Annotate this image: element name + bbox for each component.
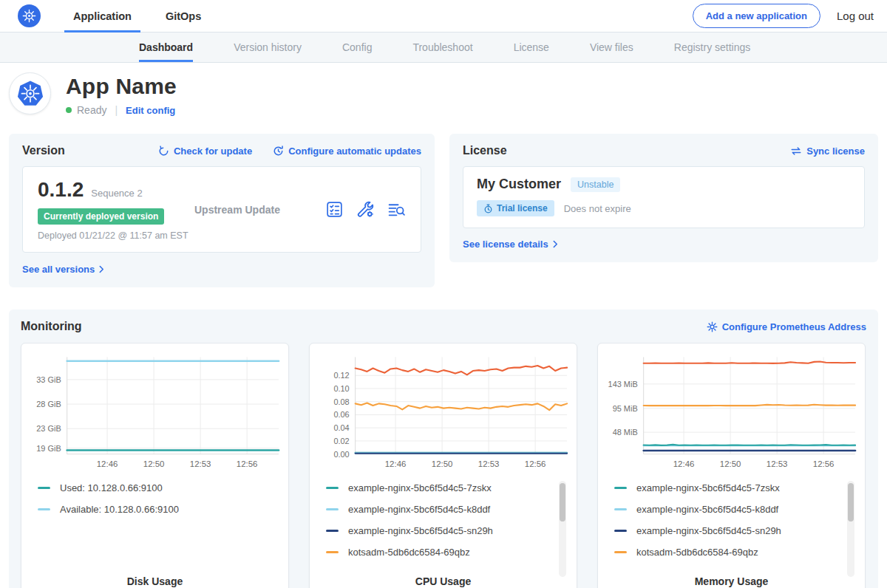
svg-text:12:53: 12:53 (478, 459, 500, 468)
see-all-versions-link[interactable]: See all versions (22, 264, 104, 275)
status-text: Ready (77, 104, 106, 116)
clock-refresh-icon (273, 146, 284, 157)
see-license-details-label: See license details (463, 239, 548, 250)
disk-usage-legend: Used: 10.128.0.66:9100Available: 10.128.… (38, 482, 266, 571)
license-card: License Sync license My Customer Unstabl… (449, 134, 878, 262)
legend-label: example-nginx-5bc6f5d4c5-k8ddf (636, 504, 778, 515)
tab-config[interactable]: Config (342, 33, 372, 62)
sync-arrows-icon (790, 146, 802, 156)
configure-automatic-updates-link[interactable]: Configure automatic updates (273, 146, 421, 157)
check-for-update-label: Check for update (174, 146, 252, 157)
trial-license-badge: Trial license (477, 200, 554, 216)
disk-usage-chart: 19 GiB23 GiB28 GiB33 GiB12:4612:5012:531… (21, 349, 288, 476)
legend-item: example-nginx-5bc6f5d4c5-k8ddf (614, 504, 843, 515)
divider: | (115, 104, 118, 116)
logout-link[interactable]: Log out (837, 10, 874, 22)
legend-scrollbar[interactable] (847, 481, 854, 577)
sync-license-link[interactable]: Sync license (790, 146, 865, 157)
edit-config-wrench-icon[interactable] (356, 200, 375, 219)
sync-license-label: Sync license (806, 146, 865, 157)
sequence-label: Sequence 2 (91, 188, 142, 199)
svg-text:0.08: 0.08 (333, 397, 349, 406)
svg-text:12:46: 12:46 (385, 459, 407, 468)
legend-item: Available: 10.128.0.66:9100 (38, 504, 266, 515)
chevron-right-icon (553, 240, 558, 248)
legend-swatch (614, 487, 627, 489)
version-card-title: Version (22, 144, 65, 157)
legend-swatch (38, 508, 50, 510)
cpu-usage-legend: example-nginx-5bc6f5d4c5-7zskxexample-ng… (326, 482, 554, 571)
legend-scrollbar-thumb[interactable] (560, 483, 565, 522)
legend-label: example-nginx-5bc6f5d4c5-7zskx (348, 482, 492, 493)
svg-text:143 MiB: 143 MiB (608, 380, 638, 389)
version-source-label: Upstream Update (194, 204, 325, 216)
see-license-details-link[interactable]: See license details (463, 239, 558, 250)
topnav-tab-label: GitOps (166, 10, 201, 22)
monitoring-title: Monitoring (21, 320, 82, 333)
add-new-application-button[interactable]: Add a new application (693, 4, 820, 28)
svg-text:12:56: 12:56 (525, 459, 546, 468)
svg-text:12:50: 12:50 (143, 459, 165, 468)
legend-item: example-nginx-5bc6f5d4c5-7zskx (614, 482, 843, 493)
version-card: Version Check for update (9, 134, 435, 287)
configure-prometheus-link[interactable]: Configure Prometheus Address (707, 321, 866, 332)
kubernetes-logo[interactable] (18, 4, 41, 27)
tab-dashboard[interactable]: Dashboard (139, 33, 193, 62)
memory-usage-legend: example-nginx-5bc6f5d4c5-7zskxexample-ng… (614, 482, 843, 571)
legend-label: example-nginx-5bc6f5d4c5-sn29h (348, 525, 493, 536)
topnav-tab-gitops[interactable]: GitOps (157, 0, 210, 33)
tab-version-history[interactable]: Version history (234, 33, 302, 62)
tab-registry-settings[interactable]: Registry settings (674, 33, 750, 62)
trial-license-label: Trial license (497, 203, 548, 213)
legend-swatch (38, 487, 50, 489)
svg-text:0.10: 0.10 (333, 384, 349, 393)
legend-scrollbar[interactable] (559, 481, 566, 577)
configure-prometheus-label: Configure Prometheus Address (722, 321, 866, 332)
tab-view-files[interactable]: View files (590, 33, 633, 62)
legend-label: example-nginx-5bc6f5d4c5-k8ddf (348, 504, 490, 515)
legend-item: example-nginx-5bc6f5d4c5-sn29h (614, 525, 843, 536)
legend-item: kotsadm-5db6dc6584-69qbz (614, 547, 843, 558)
svg-text:0.06: 0.06 (333, 410, 349, 419)
svg-text:12:53: 12:53 (767, 459, 788, 468)
app-avatar (9, 72, 51, 114)
chart-title: CPU Usage (310, 571, 577, 587)
top-navbar: Application GitOps Add a new application… (0, 0, 887, 33)
legend-item: Used: 10.128.0.66:9100 (38, 482, 266, 493)
tab-troubleshoot[interactable]: Troubleshoot (412, 33, 472, 62)
customer-name: My Customer (477, 177, 561, 192)
chart-title: Disk Usage (21, 571, 288, 587)
memory-usage-chart: 48 MiB95 MiB143 MiB12:4612:5012:5312:56 (598, 349, 865, 476)
legend-swatch (326, 551, 339, 553)
cpu-usage-card: 0.000.020.040.060.080.100.1212:4612:5012… (309, 343, 577, 588)
legend-scrollbar-thumb[interactable] (848, 483, 854, 522)
svg-text:23 GiB: 23 GiB (36, 424, 61, 433)
memory-usage-card: 48 MiB95 MiB143 MiB12:4612:5012:5312:56 … (597, 343, 866, 588)
legend-swatch (326, 530, 339, 532)
preflight-checks-icon[interactable] (325, 200, 344, 219)
monitoring-card: Monitoring Configure Prometheus Address … (9, 310, 878, 588)
cpu-usage-chart: 0.000.020.040.060.080.100.1212:4612:5012… (310, 349, 577, 476)
tab-license[interactable]: License (514, 33, 549, 62)
status-dot (66, 107, 72, 113)
kubernetes-wheel-icon (21, 8, 37, 24)
topnav-tab-label: Application (73, 10, 132, 22)
svg-text:95 MiB: 95 MiB (613, 404, 638, 413)
diff-view-icon[interactable] (387, 200, 406, 219)
legend-item: example-nginx-5bc6f5d4c5-7zskx (326, 482, 554, 493)
svg-text:12:56: 12:56 (813, 459, 835, 468)
legend-label: Used: 10.128.0.66:9100 (60, 482, 163, 493)
legend-label: kotsadm-5db6dc6584-69qbz (636, 547, 758, 558)
chevron-right-icon (99, 265, 104, 273)
legend-label: kotsadm-5db6dc6584-69qbz (348, 547, 470, 558)
legend-swatch (326, 487, 339, 489)
edit-config-link[interactable]: Edit config (126, 105, 175, 116)
svg-text:12:50: 12:50 (720, 459, 741, 468)
svg-text:12:46: 12:46 (673, 459, 695, 468)
svg-text:12:50: 12:50 (432, 459, 453, 468)
topnav-tab-application[interactable]: Application (64, 0, 140, 33)
svg-text:12:53: 12:53 (190, 459, 211, 468)
svg-text:28 GiB: 28 GiB (36, 400, 61, 408)
check-for-update-link[interactable]: Check for update (158, 146, 252, 157)
legend-label: example-nginx-5bc6f5d4c5-sn29h (636, 525, 781, 536)
